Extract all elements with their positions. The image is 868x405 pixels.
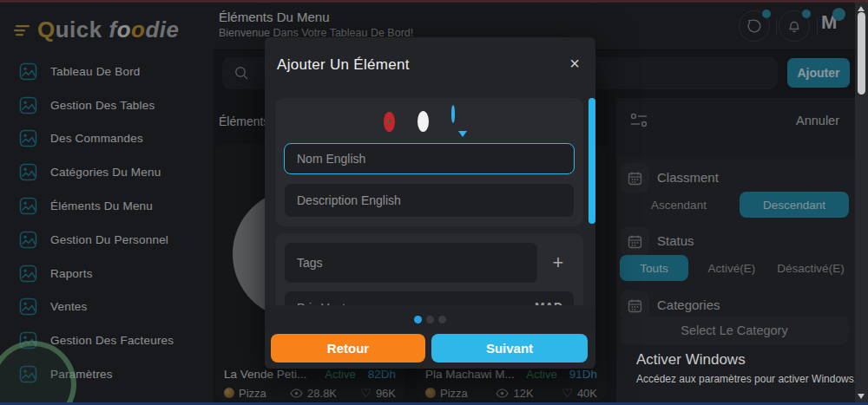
white-flag-icon[interactable] xyxy=(418,111,429,132)
uk-flag-selected[interactable] xyxy=(451,107,476,136)
modal-scrollbar[interactable] xyxy=(589,98,595,224)
add-tag-button[interactable]: + xyxy=(545,251,571,275)
modal-title: Ajouter Un Élément xyxy=(277,56,410,74)
currency-label: MAD xyxy=(535,300,562,305)
scroll-up-arrow[interactable] xyxy=(858,6,865,11)
scroll-down-arrow[interactable] xyxy=(858,394,865,399)
step-dot[interactable] xyxy=(438,316,446,323)
back-button[interactable]: Retour xyxy=(271,334,425,363)
uk-flag-icon xyxy=(451,105,455,123)
window-top-edge xyxy=(0,0,868,3)
language-name-section: ★ xyxy=(275,98,583,226)
language-selector: ★ xyxy=(284,107,575,136)
windows-activation-title: Activer Windows xyxy=(636,351,857,369)
tags-input[interactable] xyxy=(284,242,538,284)
add-item-modal: Ajouter Un Élément × ★ + MAD xyxy=(265,37,595,369)
step-dot[interactable] xyxy=(426,316,434,323)
windows-activation-watermark: Activer Windows Accédez aux paramètres p… xyxy=(636,351,857,385)
step-pagination xyxy=(265,307,595,331)
tags-row: + xyxy=(284,242,575,284)
step-dot-active[interactable] xyxy=(414,316,422,323)
description-english-input[interactable] xyxy=(284,183,575,218)
name-english-input[interactable] xyxy=(284,143,575,174)
tags-price-section: + MAD xyxy=(275,233,583,305)
close-icon[interactable]: × xyxy=(569,55,580,72)
windows-activation-subtitle: Accédez aux paramètres pour activer Wind… xyxy=(636,373,857,385)
modal-scroll-area: ★ + MAD xyxy=(275,98,583,305)
price-row: MAD xyxy=(284,291,575,305)
scrollbar-thumb[interactable] xyxy=(858,12,865,95)
selection-pointer xyxy=(458,131,467,137)
sale-price-input[interactable] xyxy=(284,291,575,305)
morocco-flag-icon[interactable]: ★ xyxy=(384,112,395,132)
next-button[interactable]: Suivant xyxy=(431,334,588,363)
page-scrollbar[interactable] xyxy=(855,3,868,402)
